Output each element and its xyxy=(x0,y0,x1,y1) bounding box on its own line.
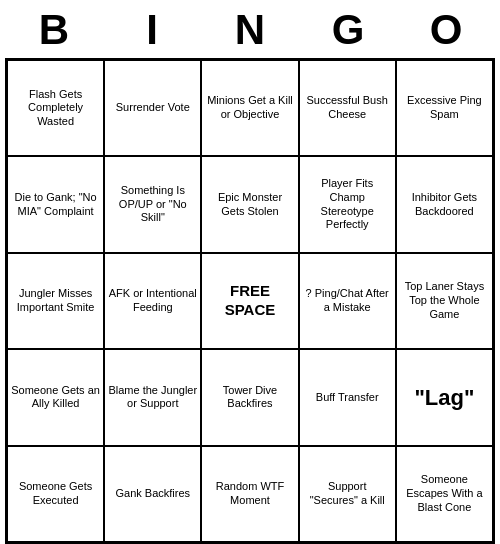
bingo-cell-r4c0: Someone Gets Executed xyxy=(7,446,104,542)
bingo-cell-r1c3: Player Fits Champ Stereotype Perfectly xyxy=(299,156,396,252)
bingo-cell-r1c0: Die to Gank; "No MIA" Complaint xyxy=(7,156,104,252)
bingo-grid: Flash Gets Completely WastedSurrender Vo… xyxy=(5,58,495,544)
bingo-cell-r1c1: Something Is OP/UP or "No Skill" xyxy=(104,156,201,252)
bingo-cell-r2c3: ? Ping/Chat After a Mistake xyxy=(299,253,396,349)
bingo-cell-r0c2: Minions Get a Kill or Objective xyxy=(201,60,298,156)
title-letter: I xyxy=(122,6,182,54)
bingo-cell-r1c4: Inhibitor Gets Backdoored xyxy=(396,156,493,252)
bingo-cell-r4c3: Support "Secures" a Kill xyxy=(299,446,396,542)
bingo-cell-r3c0: Someone Gets an Ally Killed xyxy=(7,349,104,445)
bingo-cell-r1c2: Epic Monster Gets Stolen xyxy=(201,156,298,252)
bingo-cell-r2c2: FREE SPACE xyxy=(201,253,298,349)
bingo-cell-r0c0: Flash Gets Completely Wasted xyxy=(7,60,104,156)
title-letter: G xyxy=(318,6,378,54)
bingo-cell-r4c1: Gank Backfires xyxy=(104,446,201,542)
bingo-title: BINGO xyxy=(5,0,495,58)
bingo-cell-r2c4: Top Laner Stays Top the Whole Game xyxy=(396,253,493,349)
bingo-cell-r2c1: AFK or Intentional Feeding xyxy=(104,253,201,349)
bingo-cell-r0c4: Excessive Ping Spam xyxy=(396,60,493,156)
bingo-cell-r3c4: "Lag" xyxy=(396,349,493,445)
bingo-cell-r0c3: Successful Bush Cheese xyxy=(299,60,396,156)
bingo-cell-r0c1: Surrender Vote xyxy=(104,60,201,156)
bingo-cell-r2c0: Jungler Misses Important Smite xyxy=(7,253,104,349)
title-letter: N xyxy=(220,6,280,54)
bingo-cell-r3c3: Buff Transfer xyxy=(299,349,396,445)
bingo-cell-r3c2: Tower Dive Backfires xyxy=(201,349,298,445)
title-letter: O xyxy=(416,6,476,54)
title-letter: B xyxy=(24,6,84,54)
bingo-cell-r3c1: Blame the Jungler or Support xyxy=(104,349,201,445)
bingo-cell-r4c2: Random WTF Moment xyxy=(201,446,298,542)
bingo-cell-r4c4: Someone Escapes With a Blast Cone xyxy=(396,446,493,542)
